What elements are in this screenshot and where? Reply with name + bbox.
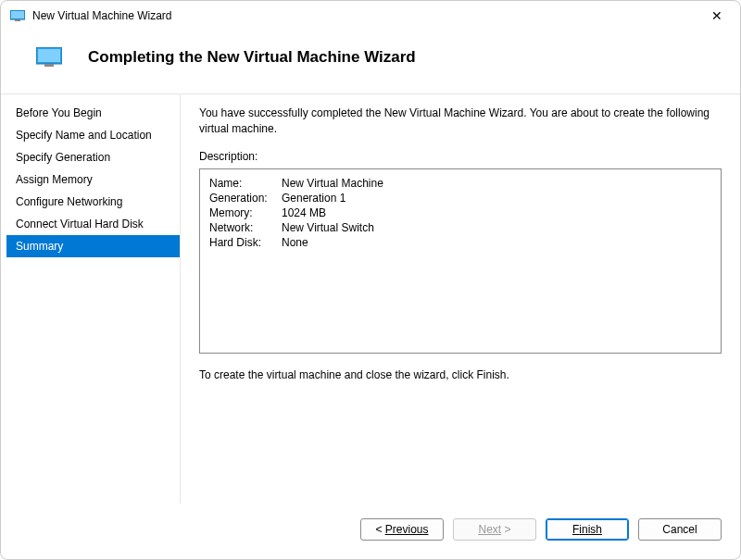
summary-key: Name: xyxy=(209,177,282,190)
vm-monitor-icon xyxy=(36,47,62,68)
sidebar-item-summary[interactable]: Summary xyxy=(6,235,180,257)
cancel-button[interactable]: Cancel xyxy=(638,518,722,541)
description-box: Name: New Virtual Machine Generation: Ge… xyxy=(199,168,722,354)
finish-button[interactable]: Finish xyxy=(546,518,629,541)
wizard-steps-sidebar: Before You Begin Specify Name and Locati… xyxy=(6,94,181,504)
summary-value: Generation 1 xyxy=(282,192,345,205)
summary-row-network: Network: New Virtual Switch xyxy=(209,221,711,234)
page-title: Completing the New Virtual Machine Wizar… xyxy=(88,48,416,67)
wizard-header: Completing the New Virtual Machine Wizar… xyxy=(1,31,740,93)
sidebar-item-assign-memory[interactable]: Assign Memory xyxy=(6,168,180,191)
svg-rect-4 xyxy=(38,49,60,62)
wizard-main-panel: You have successfully completed the New … xyxy=(181,94,740,504)
titlebar: New Virtual Machine Wizard ✕ xyxy=(1,1,740,31)
summary-value: New Virtual Machine xyxy=(282,177,383,190)
close-icon[interactable]: ✕ xyxy=(703,8,731,23)
closing-text: To create the virtual machine and close … xyxy=(199,368,722,381)
summary-key: Generation: xyxy=(209,192,282,205)
sidebar-item-before-you-begin[interactable]: Before You Begin xyxy=(6,102,180,124)
sidebar-item-configure-networking[interactable]: Configure Networking xyxy=(6,191,180,213)
vm-monitor-icon xyxy=(10,10,25,21)
summary-key: Network: xyxy=(209,221,282,234)
summary-key: Hard Disk: xyxy=(209,236,282,249)
summary-value: 1024 MB xyxy=(282,206,326,219)
summary-row-memory: Memory: 1024 MB xyxy=(209,206,711,219)
svg-rect-1 xyxy=(11,11,24,19)
summary-value: None xyxy=(282,236,308,249)
summary-row-generation: Generation: Generation 1 xyxy=(209,192,711,205)
description-label: Description: xyxy=(199,150,722,163)
summary-row-harddisk: Hard Disk: None xyxy=(209,236,711,249)
sidebar-item-specify-generation[interactable]: Specify Generation xyxy=(6,146,180,168)
summary-row-name: Name: New Virtual Machine xyxy=(209,177,711,190)
sidebar-item-specify-name-location[interactable]: Specify Name and Location xyxy=(6,124,180,146)
next-button: Next > xyxy=(453,518,536,541)
previous-button[interactable]: < Previous xyxy=(360,518,444,541)
svg-rect-5 xyxy=(44,64,54,67)
svg-rect-2 xyxy=(15,19,20,21)
intro-text: You have successfully completed the New … xyxy=(199,106,722,137)
wizard-button-bar: < Previous Next > Finish Cancel xyxy=(1,504,740,559)
sidebar-item-connect-vhd[interactable]: Connect Virtual Hard Disk xyxy=(6,213,180,235)
wizard-content: Before You Begin Specify Name and Locati… xyxy=(1,93,740,504)
window-title: New Virtual Machine Wizard xyxy=(32,9,703,22)
summary-value: New Virtual Switch xyxy=(282,221,374,234)
summary-key: Memory: xyxy=(209,206,282,219)
